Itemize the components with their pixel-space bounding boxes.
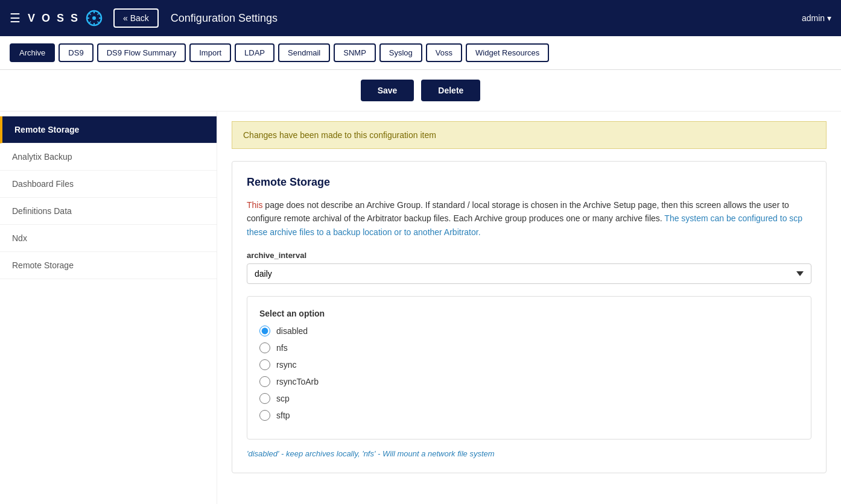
tab-import[interactable]: Import xyxy=(189,43,231,62)
delete-button[interactable]: Delete xyxy=(421,80,480,101)
radio-label-scp: scp xyxy=(276,394,290,403)
tab-snmp[interactable]: SNMP xyxy=(334,43,376,62)
toolbar: Save Delete xyxy=(0,70,841,112)
radio-label-rsync: rsync xyxy=(276,360,296,370)
radio-option-rsync[interactable]: rsync xyxy=(259,359,799,370)
main-layout: Remote Storage Analytix Backup Dashboard… xyxy=(0,112,841,504)
radio-option-scp[interactable]: scp xyxy=(259,393,799,404)
radio-label-nfs: nfs xyxy=(276,343,288,353)
tab-ldap[interactable]: LDAP xyxy=(235,43,275,62)
sidebar-item-definitions-data[interactable]: Definitions Data xyxy=(0,198,217,225)
back-button[interactable]: « Back xyxy=(113,8,159,28)
radio-option-nfs[interactable]: nfs xyxy=(259,342,799,353)
svg-line-6 xyxy=(89,13,91,15)
logo-icon xyxy=(84,8,104,28)
tab-bar: Archive DS9 DS9 Flow Summary Import LDAP… xyxy=(0,36,841,70)
radio-label-rsynctoarb: rsyncToArb xyxy=(276,377,319,386)
tab-archive[interactable]: Archive xyxy=(10,43,55,62)
radio-nfs[interactable] xyxy=(259,342,270,353)
archive-interval-select[interactable]: dailyweeklymonthlyhourly xyxy=(247,263,811,284)
content-card: Remote Storage This page does not descri… xyxy=(232,161,827,473)
tab-sendmail[interactable]: Sendmail xyxy=(278,43,330,62)
sidebar-item-remote-storage[interactable]: Remote Storage xyxy=(0,116,217,143)
description-highlight-red: This xyxy=(247,200,262,210)
svg-line-9 xyxy=(89,22,91,24)
description-text: This page does not describe an Archive G… xyxy=(247,198,811,239)
options-title: Select an option xyxy=(259,309,799,318)
radio-disabled[interactable] xyxy=(259,326,270,336)
svg-point-1 xyxy=(92,16,96,20)
logo: V O S S xyxy=(28,8,104,28)
radio-option-rsynctoarb[interactable]: rsyncToArb xyxy=(259,376,799,387)
sidebar-item-remote-storage-2[interactable]: Remote Storage xyxy=(0,252,217,279)
tab-widget-resources[interactable]: Widget Resources xyxy=(466,43,549,62)
archive-interval-label: archive_interval xyxy=(247,251,811,260)
footer-hint: 'disabled' - keep archives locally, 'nfs… xyxy=(247,449,811,458)
admin-menu[interactable]: admin xyxy=(802,13,831,23)
radio-scp[interactable] xyxy=(259,393,270,404)
topnav: ☰ V O S S « Back Configuration Settings … xyxy=(0,0,841,36)
content-area: Changes have been made to this configura… xyxy=(217,112,841,504)
svg-line-8 xyxy=(98,13,100,15)
logo-text: V O S S xyxy=(28,12,80,25)
tab-ds9[interactable]: DS9 xyxy=(59,43,93,62)
svg-line-7 xyxy=(98,22,100,24)
tab-ds9-flow-summary[interactable]: DS9 Flow Summary xyxy=(97,43,186,62)
sidebar-item-dashboard-files[interactable]: Dashboard Files xyxy=(0,171,217,198)
tab-syslog[interactable]: Syslog xyxy=(379,43,422,62)
radio-option-sftp[interactable]: sftp xyxy=(259,410,799,421)
radio-label-disabled: disabled xyxy=(276,326,308,336)
radio-option-disabled[interactable]: disabled xyxy=(259,326,799,336)
alert-banner: Changes have been made to this configura… xyxy=(232,121,827,149)
radio-sftp[interactable] xyxy=(259,410,270,421)
options-container: Select an option disabled nfs rsync xyxy=(247,296,811,439)
page-title: Configuration Settings xyxy=(171,12,802,25)
tab-voss[interactable]: Voss xyxy=(426,43,462,62)
hamburger-icon[interactable]: ☰ xyxy=(10,11,21,25)
radio-rsynctoarb[interactable] xyxy=(259,376,270,387)
sidebar-item-analytix-backup[interactable]: Analytix Backup xyxy=(0,143,217,171)
radio-rsync[interactable] xyxy=(259,359,270,370)
section-title: Remote Storage xyxy=(247,176,811,189)
sidebar-item-ndx[interactable]: Ndx xyxy=(0,225,217,252)
radio-label-sftp: sftp xyxy=(276,411,290,420)
sidebar: Remote Storage Analytix Backup Dashboard… xyxy=(0,112,217,504)
save-button[interactable]: Save xyxy=(361,80,414,101)
